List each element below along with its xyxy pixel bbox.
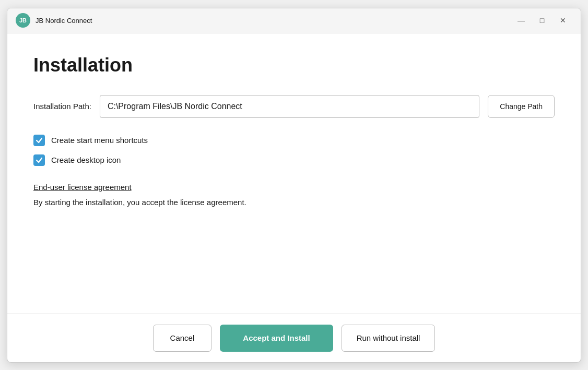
maximize-button[interactable]: □ — [533, 13, 551, 28]
main-content: Installation Installation Path: Change P… — [7, 33, 581, 314]
window-title: JB Nordic Connect — [36, 17, 512, 25]
page-title: Installation — [33, 54, 555, 76]
minimize-button[interactable]: — — [512, 13, 531, 28]
start-menu-checkbox[interactable] — [33, 135, 45, 146]
eula-description: By starting the installation, you accept… — [33, 198, 555, 207]
title-bar: JB JB Nordic Connect — □ ✕ — [7, 8, 581, 33]
window-controls: — □ ✕ — [512, 13, 572, 28]
start-menu-label: Create start menu shortcuts — [51, 136, 148, 145]
footer: Cancel Accept and Install Run without in… — [7, 314, 581, 362]
run-without-install-button[interactable]: Run without install — [342, 325, 436, 352]
install-path-input[interactable] — [100, 95, 479, 118]
checkbox-desktop-icon-row: Create desktop icon — [33, 154, 555, 166]
desktop-icon-label: Create desktop icon — [51, 156, 121, 164]
accept-install-button[interactable]: Accept and Install — [220, 325, 333, 352]
close-button[interactable]: ✕ — [554, 13, 572, 28]
checkbox-start-menu-row: Create start menu shortcuts — [33, 135, 555, 146]
desktop-icon-checkbox[interactable] — [33, 154, 45, 166]
eula-link[interactable]: End-user license agreement — [33, 183, 555, 192]
application-window: JB JB Nordic Connect — □ ✕ Installation … — [7, 8, 581, 363]
change-path-button[interactable]: Change Path — [488, 95, 555, 118]
install-path-row: Installation Path: Change Path — [33, 95, 555, 118]
install-path-label: Installation Path: — [33, 102, 91, 111]
app-logo: JB — [16, 13, 30, 28]
cancel-button[interactable]: Cancel — [153, 325, 212, 352]
